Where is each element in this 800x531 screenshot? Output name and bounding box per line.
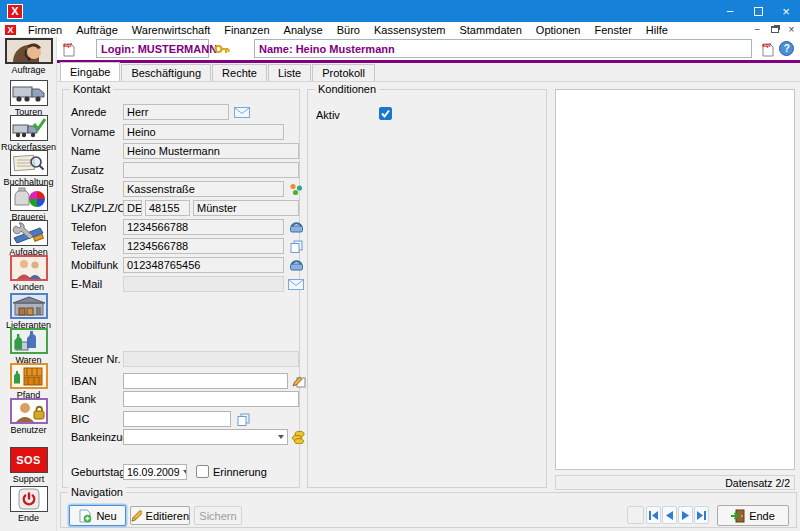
menu-analyse[interactable]: Analyse bbox=[277, 22, 330, 37]
sidebar-item-pfand[interactable]: Pfand bbox=[0, 363, 57, 400]
deposit-crates-icon bbox=[10, 363, 48, 389]
ende-button[interactable]: Ende bbox=[717, 505, 789, 526]
ledger-magnifier-icon bbox=[10, 150, 48, 176]
kontakt-group-title: Kontakt bbox=[70, 83, 113, 95]
menu-finanzen[interactable]: Finanzen bbox=[217, 22, 276, 37]
help-icon[interactable]: ? bbox=[779, 41, 794, 56]
telefax-field[interactable]: 1234566788 bbox=[123, 238, 284, 254]
menu-warenwirtschaft[interactable]: Warenwirtschaft bbox=[125, 22, 217, 37]
pencil-icon bbox=[131, 509, 142, 522]
sichern-button[interactable]: Sichern bbox=[194, 506, 242, 525]
bankeinzug-select[interactable] bbox=[123, 429, 288, 445]
menu-optionen[interactable]: Optionen bbox=[529, 22, 588, 37]
strasse-field[interactable]: Kassenstraße bbox=[123, 181, 284, 197]
zusatz-field[interactable] bbox=[123, 162, 299, 178]
telefon-label: Telefon bbox=[71, 221, 106, 233]
menu-firmen[interactable]: Firmen bbox=[21, 22, 69, 37]
exit-door-icon bbox=[731, 509, 745, 523]
vorname-label: Vorname bbox=[71, 126, 115, 138]
next-record-button[interactable] bbox=[678, 506, 693, 524]
iban-edit-icon[interactable] bbox=[290, 373, 308, 389]
aktiv-checkbox[interactable] bbox=[379, 107, 392, 120]
steuer-field[interactable] bbox=[123, 351, 299, 367]
chevron-down-icon bbox=[183, 470, 187, 474]
window-close-button[interactable]: × bbox=[772, 0, 800, 22]
power-icon bbox=[10, 486, 48, 512]
svg-text:?: ? bbox=[784, 43, 790, 54]
name-field[interactable]: Heino Mustermann bbox=[123, 143, 299, 159]
bank-field[interactable] bbox=[123, 391, 299, 407]
window-minimize-button[interactable]: − bbox=[716, 0, 744, 22]
menu-fenster[interactable]: Fenster bbox=[588, 22, 639, 37]
sidebar-item-waren[interactable]: Waren bbox=[0, 328, 57, 365]
plz-field[interactable]: 48155 bbox=[145, 200, 190, 216]
tab-liste[interactable]: Liste bbox=[268, 64, 311, 81]
sidebar-item-auftraege[interactable]: Aufträge bbox=[0, 38, 57, 75]
sidebar-item-ende[interactable]: Ende bbox=[0, 486, 57, 523]
telefon-field[interactable]: 1234566788 bbox=[123, 219, 284, 235]
blank-button[interactable] bbox=[627, 506, 644, 524]
anrede-field[interactable]: Herr bbox=[123, 104, 229, 120]
name-label: Name bbox=[71, 145, 100, 157]
menu-stammdaten[interactable]: Stammdaten bbox=[452, 22, 528, 37]
vorname-field[interactable]: Heino bbox=[123, 124, 284, 140]
key-icon bbox=[214, 43, 230, 55]
sidebar-label: Support bbox=[0, 474, 57, 484]
neu-button[interactable]: Neu bbox=[69, 505, 126, 526]
email-field[interactable] bbox=[123, 276, 284, 292]
tab-rechte[interactable]: Rechte bbox=[212, 64, 267, 81]
menu-buero[interactable]: Büro bbox=[330, 22, 367, 37]
menu-auftraege[interactable]: Aufträge bbox=[69, 22, 125, 37]
sidebar-item-support[interactable]: SOS Support bbox=[0, 447, 57, 484]
tab-strip: Eingabe Beschäftigung Rechte Liste Proto… bbox=[57, 63, 800, 82]
sidebar-item-lieferanten[interactable]: Lieferanten bbox=[0, 293, 57, 330]
anrede-label: Anrede bbox=[71, 106, 106, 118]
copy-icon[interactable] bbox=[234, 411, 252, 427]
envelope-icon[interactable] bbox=[233, 104, 251, 120]
mdi-minimize-button[interactable]: − bbox=[749, 23, 766, 37]
window-maximize-button[interactable] bbox=[744, 0, 772, 22]
geburtstag-select[interactable]: 16.09.2009 bbox=[123, 464, 187, 480]
telefax-label: Telefax bbox=[71, 240, 106, 252]
lkz-field[interactable]: DE bbox=[123, 200, 142, 216]
sidebar-item-benutzer[interactable]: Benutzer bbox=[0, 398, 57, 435]
coins-icon[interactable] bbox=[289, 429, 307, 445]
navigation-group: Navigation Neu Editieren Sichern Ende bbox=[60, 492, 797, 528]
erinnerung-checkbox[interactable] bbox=[196, 465, 209, 478]
envelope-icon[interactable] bbox=[287, 276, 305, 292]
mobilfunk-label: Mobilfunk bbox=[71, 259, 118, 271]
mdi-close-button[interactable]: × bbox=[783, 23, 800, 37]
sidebar-item-rueckerfassen[interactable]: Rückerfassen bbox=[0, 115, 57, 152]
sidebar-item-touren[interactable]: Touren bbox=[0, 80, 57, 117]
bic-field[interactable] bbox=[123, 411, 231, 427]
sidebar-item-brauerei[interactable]: Brauerei bbox=[0, 185, 57, 222]
sidebar-item-aufgaben[interactable]: Aufgaben bbox=[0, 220, 57, 257]
iban-field[interactable] bbox=[123, 373, 288, 389]
ort-field[interactable]: Münster bbox=[193, 200, 299, 216]
app-logo-icon: X bbox=[7, 4, 23, 19]
menu-kassensystem[interactable]: Kassensystem bbox=[367, 22, 453, 37]
svg-text:sql: sql bbox=[762, 42, 771, 48]
map-pins-icon[interactable] bbox=[287, 181, 305, 197]
last-record-icon bbox=[697, 511, 706, 520]
phone-icon[interactable] bbox=[287, 257, 305, 273]
mobilfunk-field[interactable]: 012348765456 bbox=[123, 257, 284, 273]
phone-icon[interactable] bbox=[287, 219, 305, 235]
sidebar-label: Kunden bbox=[0, 282, 57, 292]
editieren-button[interactable]: Editieren bbox=[130, 506, 190, 525]
geburtstag-value: 16.09.2009 bbox=[127, 466, 180, 478]
mdi-restore-button[interactable] bbox=[766, 23, 783, 37]
first-record-button[interactable] bbox=[646, 506, 661, 524]
sos-icon: SOS bbox=[10, 447, 48, 473]
sidebar-item-kunden[interactable]: Kunden bbox=[0, 255, 57, 292]
tab-protokoll[interactable]: Protokoll bbox=[312, 64, 375, 81]
tab-beschaeftigung[interactable]: Beschäftigung bbox=[121, 64, 211, 81]
kontakt-group: Kontakt Anrede Herr Vorname Heino Name H… bbox=[62, 89, 300, 488]
last-record-button[interactable] bbox=[694, 506, 709, 524]
previous-record-button[interactable] bbox=[662, 506, 677, 524]
sidebar-item-buchhaltung[interactable]: Buchhaltung bbox=[0, 150, 57, 187]
menu-hilfe[interactable]: Hilfe bbox=[639, 22, 675, 37]
next-record-icon bbox=[682, 511, 689, 520]
copy-icon[interactable] bbox=[287, 238, 305, 254]
tab-eingabe[interactable]: Eingabe bbox=[60, 62, 120, 81]
